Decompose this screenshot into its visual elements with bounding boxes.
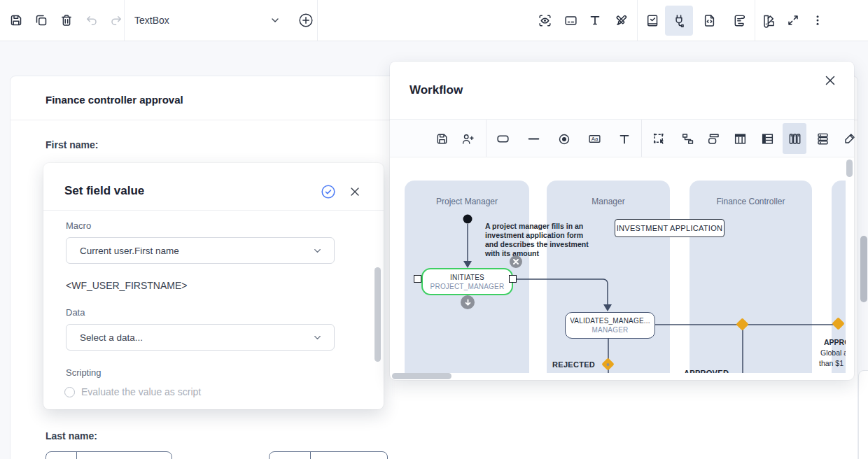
arrow-down-icon	[464, 299, 472, 306]
condition-text: than $1	[819, 359, 844, 367]
chevron-down-icon	[270, 15, 281, 26]
lane-manager[interactable]	[547, 181, 670, 373]
table-rows-icon	[760, 132, 775, 146]
node-left-handle[interactable]	[414, 275, 421, 283]
remove-node-badge[interactable]	[510, 255, 522, 268]
data-dropdown[interactable]: Select a data...	[66, 324, 335, 351]
wf-eyedropper-tool[interactable]	[837, 127, 861, 151]
node-right-handle[interactable]	[509, 275, 517, 283]
lasso-select-icon	[652, 132, 666, 146]
second-input-group[interactable]	[269, 451, 388, 459]
dialog-scrollbar-thumb[interactable]	[374, 267, 381, 362]
add-step-down-badge[interactable]	[461, 295, 475, 309]
text-style-button[interactable]	[582, 8, 608, 33]
undo-button[interactable]	[79, 8, 104, 33]
input-prefix-segment[interactable]	[270, 452, 311, 459]
redo-icon	[109, 13, 123, 27]
palette-swatch-icon	[762, 13, 776, 28]
user-plus-icon	[461, 132, 475, 146]
design-pencils-icon	[614, 13, 629, 28]
aa-box-icon: Aa	[587, 132, 602, 146]
lane-finance-controller[interactable]	[690, 181, 812, 373]
toolbar-divider	[755, 0, 755, 41]
evaluate-script-checkbox[interactable]	[64, 387, 75, 397]
set-field-value-dialog: Set field value Macro Current user.First…	[43, 163, 384, 409]
last-name-input-group[interactable]	[46, 451, 172, 459]
wf-pool-tool[interactable]	[701, 127, 725, 151]
add-element-button[interactable]	[293, 8, 318, 33]
more-menu-button[interactable]	[805, 8, 830, 33]
svg-text:Aa: Aa	[591, 136, 598, 142]
wf-add-user-button[interactable]	[456, 127, 479, 151]
dialog-title: Set field value	[64, 184, 144, 198]
copy-button[interactable]	[29, 8, 54, 33]
hierarchy-icon	[680, 132, 695, 146]
wf-hierarchy-tool[interactable]	[676, 127, 699, 151]
wf-horizontal-lanes-tool[interactable]	[811, 127, 834, 151]
workflow-connections-button[interactable]	[666, 8, 692, 33]
rejected-label: REJECTED	[552, 360, 595, 369]
vertical-lanes-icon	[788, 132, 802, 146]
approved-right-label: APPRO	[824, 338, 846, 346]
design-tools-button[interactable]	[608, 8, 634, 33]
kebab-dots-icon	[811, 13, 825, 27]
line-icon	[526, 132, 541, 146]
wf-label-tool[interactable]: Aa	[582, 127, 606, 151]
form-settings-button[interactable]	[558, 8, 583, 33]
save-icon	[9, 13, 23, 27]
first-name-label: First name:	[46, 139, 98, 150]
validates-node[interactable]: VALIDATES_MANAGE... MANAGER	[565, 312, 655, 339]
close-workflow-button[interactable]	[821, 71, 839, 90]
close-dialog-button[interactable]	[346, 183, 363, 200]
workflow-canvas[interactable]: Project Manager Manager Finance Controll…	[390, 157, 846, 373]
form-card-icon	[564, 13, 578, 28]
rules-button[interactable]	[640, 8, 665, 33]
wf-text-tool[interactable]	[612, 127, 636, 151]
condition-text: Global a	[820, 348, 846, 357]
undo-icon	[85, 13, 99, 27]
workflow-vertical-scrollbar-thumb[interactable]	[846, 160, 853, 177]
workflow-panel: Workflow Aa	[390, 62, 854, 380]
source-code-button[interactable]	[696, 8, 722, 33]
wf-start-node-tool[interactable]	[552, 127, 576, 151]
fullscreen-button[interactable]	[780, 8, 806, 33]
initiates-node[interactable]: INITIATES PROJECT_MANAGER	[421, 268, 513, 295]
theme-button[interactable]	[756, 8, 781, 33]
wf-activity-tool[interactable]	[491, 127, 514, 151]
check-circle-icon	[321, 184, 336, 199]
element-type-value: TextBox	[134, 15, 169, 26]
workflow-note[interactable]: A project manager fills in an investment…	[485, 222, 590, 258]
table-columns-icon	[733, 132, 748, 146]
save-button[interactable]	[4, 8, 29, 33]
chevron-down-icon	[312, 246, 323, 256]
save-icon	[435, 132, 449, 146]
wf-vertical-lanes-tool[interactable]	[783, 127, 806, 151]
workflow-toolbar: Aa	[390, 119, 854, 157]
wf-save-button[interactable]	[430, 127, 454, 151]
wf-lasso-select-tool[interactable]	[647, 127, 671, 151]
confirm-button[interactable]	[320, 183, 337, 200]
delete-button[interactable]	[54, 8, 79, 33]
data-dropdown-placeholder: Select a data...	[80, 332, 143, 343]
workflow-horizontal-scrollbar	[390, 373, 854, 380]
macro-dropdown[interactable]: Current user.First name	[66, 237, 335, 264]
scroll-icon	[732, 13, 747, 28]
preview-eye-icon	[538, 13, 552, 28]
preview-button[interactable]	[532, 8, 557, 33]
x-icon	[512, 258, 519, 265]
toolbar-divider	[637, 0, 638, 41]
wf-table-columns-tool[interactable]	[728, 127, 752, 151]
plus-circle-icon	[298, 13, 314, 28]
wf-table-rows-tool[interactable]	[755, 127, 779, 151]
wf-transition-tool[interactable]	[522, 127, 545, 151]
horizontal-lanes-icon	[816, 132, 830, 146]
investment-application-object[interactable]: INVESTMENT APPLICATION	[615, 219, 724, 237]
scripting-label: Scripting	[66, 367, 102, 378]
input-prefix-segment[interactable]	[46, 452, 77, 459]
scripts-button[interactable]	[727, 8, 752, 33]
page-scrollbar-thumb[interactable]	[860, 236, 867, 302]
workflow-horizontal-scrollbar-thumb[interactable]	[392, 373, 451, 379]
element-type-dropdown[interactable]: TextBox	[124, 0, 289, 41]
trash-icon	[59, 13, 74, 27]
text-T-icon	[617, 132, 631, 146]
